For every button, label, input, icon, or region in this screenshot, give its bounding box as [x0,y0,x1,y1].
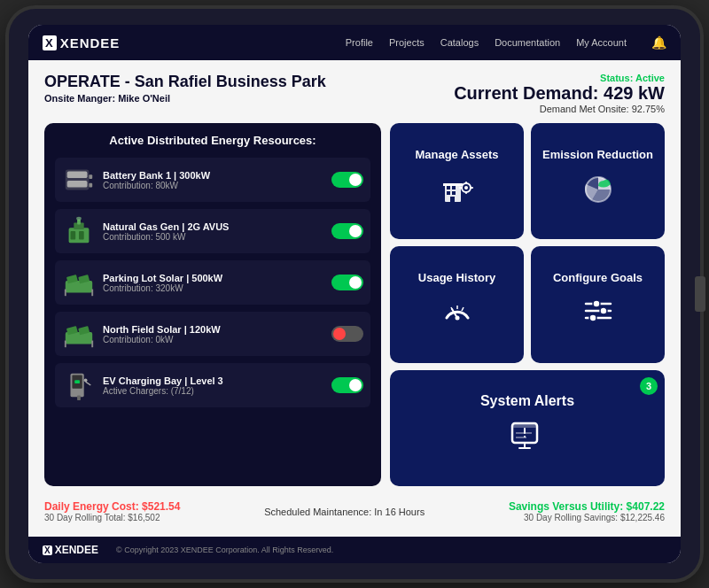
toggle-solar1[interactable] [331,275,363,290]
main-content: OPERATE - San Rafiel Business Park Onsit… [28,60,681,537]
asset-row: EV Charging Bay | Level 3 Active Charger… [55,363,370,407]
svg-rect-61 [524,428,526,434]
assets-panel: Active Distributed Energy Resources: [44,123,381,486]
solar2-icon [62,317,96,351]
manager-info: Onsite Manger: Mike O'Neil [44,93,326,104]
asset-row: Battery Bank 1 | 300kW Contribution: 80k… [55,158,370,202]
system-alerts-label: System Alerts [480,393,574,409]
header-right: Status: Active Current Demand: 429 kW De… [454,73,665,114]
right-panel: Manage Assets [390,123,665,486]
svg-rect-3 [89,174,92,179]
asset-row: North Field Solar | 120kW Contribution: … [55,312,370,356]
page-title: OPERATE - San Rafiel Business Park [44,73,326,91]
asset-info: North Field Solar | 120kW Contribution: … [103,324,324,344]
bottom-logo-x: X [43,545,52,555]
asset-contrib: Contribution: 320kW [103,283,324,293]
footer-left: Daily Energy Cost: $521.54 30 Day Rollin… [44,500,180,522]
asset-info: Battery Bank 1 | 300kW Contribution: 80k… [103,170,324,190]
bottom-logo-text: XENDEE [55,544,98,556]
asset-contrib: Active Chargers: (7/12) [103,386,324,396]
svg-rect-36 [465,182,467,184]
asset-name: Parking Lot Solar | 500kW [103,273,324,283]
svg-rect-1 [67,172,88,179]
alert-badge: 3 [640,377,658,395]
usage-history-icon [438,291,477,337]
navbar: X XENDEE Profile Projects Catalogs Docum… [28,25,681,60]
asset-row: Parking Lot Solar | 500kW Contribution: … [55,260,370,305]
svg-point-52 [600,307,607,314]
asset-row: Natural Gas Gen | 2G AVUS Contribution: … [55,209,370,253]
footer-row: Daily Energy Cost: $521.54 30 Day Rollin… [44,495,665,524]
asset-name: Battery Bank 1 | 300kW [103,170,324,181]
asset-name: North Field Solar | 120kW [103,324,324,335]
toggle-solar2[interactable] [331,326,363,342]
battery-icon [62,163,96,197]
svg-rect-2 [67,181,88,188]
usage-history-card[interactable]: Usage History [390,246,524,362]
svg-rect-33 [443,183,463,186]
content-grid: Active Distributed Energy Resources: [44,123,665,486]
ev-icon [62,368,96,402]
copyright: © Copyright 2023 XENDEE Corporation. All… [116,545,333,554]
footer-right: Savings Versus Utility: $407.22 30 Day R… [509,500,665,522]
status-badge: Status: Active [454,73,665,83]
svg-rect-31 [452,191,456,195]
logo-text: XENDEE [60,35,121,50]
manage-assets-icon [438,168,477,214]
bottom-bar: X XENDEE © Copyright 2023 XENDEE Corpora… [28,537,681,563]
savings-label: Savings Versus Utility: $407.22 [509,500,665,513]
nav-myaccount[interactable]: My Account [576,37,627,48]
toggle-battery[interactable] [331,172,363,188]
header-left: OPERATE - San Rafiel Business Park Onsit… [44,73,326,104]
asset-name: Natural Gas Gen | 2G AVUS [103,221,324,232]
maintenance-label: Scheduled Maintanence: In 16 Hours [264,507,425,517]
emission-reduction-card[interactable]: Emission Reduction [531,123,665,239]
svg-rect-39 [471,187,473,189]
rolling-savings: 30 Day Rolling Savings: $12,225.46 [509,513,665,522]
header-row: OPERATE - San Rafiel Business Park Onsit… [44,73,665,114]
svg-rect-38 [459,187,462,189]
svg-rect-32 [450,197,455,202]
rolling-total: 30 Day Rolling Total: $16,502 [44,513,180,522]
bottom-logo: X XENDEE [43,544,98,556]
svg-point-51 [593,300,600,307]
manager-name: Mike O'Neil [118,93,170,104]
usage-history-label: Usage History [418,271,495,284]
screen: X XENDEE Profile Projects Catalogs Docum… [28,25,681,563]
svg-rect-4 [89,183,92,188]
svg-rect-37 [465,191,467,194]
asset-name: EV Charging Bay | Level 3 [103,375,324,386]
nav-projects[interactable]: Projects [389,37,425,48]
emission-reduction-icon [579,168,618,214]
tablet-button[interactable] [695,276,705,312]
toggle-ev[interactable] [331,377,363,393]
svg-rect-23 [74,380,80,383]
assets-title: Active Distributed Energy Resources: [55,134,370,147]
nav-catalogs[interactable]: Catalogs [440,37,479,48]
demand-met: Demand Met Onsite: 92.75% [454,104,665,114]
svg-point-25 [84,378,88,382]
nav-logo: X XENDEE [43,35,120,50]
configure-goals-card[interactable]: Configure Goals [531,246,665,362]
nav-links: Profile Projects Catalogs Documentation … [346,35,666,50]
nav-profile[interactable]: Profile [346,37,373,48]
nav-documentation[interactable]: Documentation [495,37,560,48]
manage-assets-card[interactable]: Manage Assets [390,123,524,239]
system-alerts-icon [505,416,549,462]
asset-contrib: Contribution: 80kW [103,181,324,190]
svg-rect-9 [79,231,84,240]
solar1-icon [62,266,96,299]
toggle-gas[interactable] [331,223,363,239]
emission-reduction-label: Emission Reduction [542,148,653,161]
system-alerts-card[interactable]: System Alerts 3 [390,370,665,486]
asset-info: Natural Gas Gen | 2G AVUS Contribution: … [103,221,324,242]
svg-point-35 [464,186,468,190]
asset-info: Parking Lot Solar | 500kW Contribution: … [103,273,324,293]
footer-center: Scheduled Maintanence: In 16 Hours [264,507,425,517]
manage-assets-label: Manage Assets [415,148,498,161]
svg-rect-8 [71,231,76,240]
svg-rect-30 [447,191,450,195]
tablet-frame: X XENDEE Profile Projects Catalogs Docum… [9,9,700,579]
bell-icon[interactable]: 🔔 [651,35,666,50]
asset-info: EV Charging Bay | Level 3 Active Charger… [103,375,324,396]
